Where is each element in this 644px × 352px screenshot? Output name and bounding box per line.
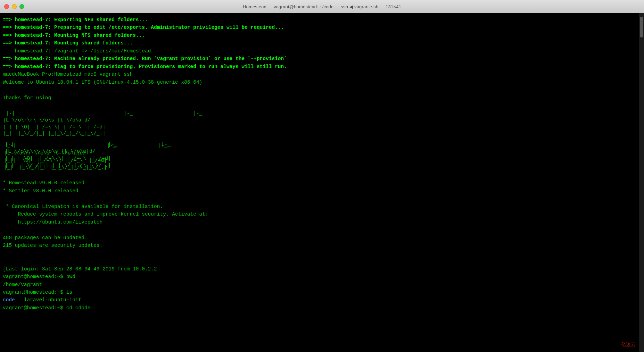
terminal-pwd-prompt: vagrant@homestead:~$ pwd [3,273,641,280]
terminal-line-3: ==> homestead-7: Mounting NFS shared fol… [3,32,641,39]
terminal-line-6: ==> homestead-7: Machine already provisi… [3,55,641,62]
terminal-line-8: macdeMacBook-Pro:Homestead mac$ vagrant … [3,70,641,78]
terminal-cd-prompt: vagrant@homestead:~$ cd cdode [3,304,641,312]
terminal-last-login: [Last login: Sat Sep 28 08:34:49 2019 fr… [3,265,641,273]
terminal-line-thanks: Thanks for using [3,94,641,102]
terminal-line-2: ==> homestead-7: Preparing to edit /etc/… [3,24,641,31]
close-button[interactable] [4,4,9,9]
window-controls[interactable] [4,4,24,9]
terminal-livepatch-url: https://ubuntu.com/livepatch [3,218,641,226]
terminal-homestead-release: * Homestead v9.0.0 released [3,179,641,187]
terminal[interactable]: ==> homestead-7: Exporting NFS shared fo… [0,13,644,352]
terminal-pwd-output: /home/vagrant [3,281,641,288]
terminal-livepatch: * Canonical Livepatch is available for i… [3,203,641,210]
ascii-art-block: |-| |-_ |-_ |L_\/o\r\r\_\/o\s_|t_\/o\a|d… [3,110,641,137]
maximize-button[interactable] [19,4,24,9]
terminal-ls-output: code laravel-ubuntu-init [3,296,641,304]
title-bar: Homestead — vagrant@homestead: ~/code — … [0,0,644,13]
terminal-security-updates: 215 updates are security updates. [3,242,641,249]
minimize-button[interactable] [12,4,17,9]
terminal-line-5: homestead-7: /vagrant => /Users/mac/Home… [3,47,641,55]
terminal-blank-after-art [3,171,641,179]
terminal-blank-4 [3,250,641,257]
terminal-line-7: ==> homestead-7: flag to force provision… [3,63,641,70]
terminal-line-1: ==> homestead-7: Exporting NFS shared fo… [3,16,641,24]
watermark: 亿速云 [620,341,637,349]
terminal-line-10 [3,86,641,94]
terminal-blank-2 [3,195,641,202]
homestead-ascii: _-| |-_ |-_ |L_\/o\rr-\/o\s_|t_\/o\a|d/ … [4,142,641,171]
terminal-settler-release: * Settler v8.0.0 released [3,187,641,195]
terminal-blank-5 [3,257,641,265]
terminal-line-blank [3,102,641,109]
terminal-line-9: Welcome to Ubuntu 18.04.1 LTS (GNU/Linux… [3,78,641,86]
scrollbar-thumb[interactable] [640,17,643,37]
scrollbar[interactable] [639,13,644,352]
terminal-packages: 488 packages can be updated. [3,234,641,242]
terminal-blank-3 [3,226,641,234]
terminal-ls-prompt: vagrant@homestead:~$ ls [3,288,641,296]
window-title: Homestead — vagrant@homestead: ~/code — … [243,4,401,9]
terminal-livepatch-reduce: - Reduce system reboots and improve kern… [3,210,641,218]
terminal-line-4: ==> homestead-7: Mounting shared folders… [3,39,641,47]
